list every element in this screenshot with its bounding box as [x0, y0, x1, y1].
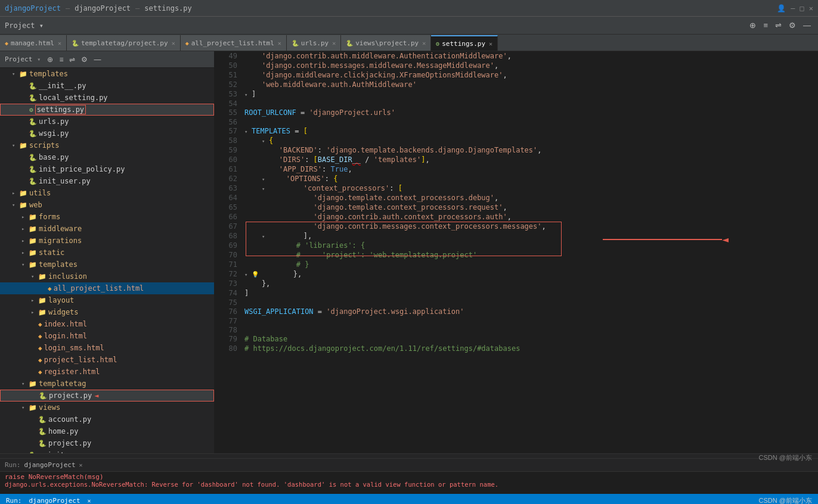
tab-close-templatetag[interactable]: ✕: [172, 40, 175, 46]
tree-item-init2[interactable]: 🐍 __init__.py: [0, 449, 214, 453]
tree-item-static[interactable]: ▸ 📁 static: [0, 247, 214, 259]
code-line-75: 75: [215, 298, 818, 307]
tree-item-web[interactable]: ▾ 📁 web: [0, 199, 214, 211]
tree-label-index: index.html: [44, 320, 87, 328]
tab-urls[interactable]: 🐍 urls.py ✕: [287, 35, 341, 51]
sidebar-list-btn[interactable]: ≡: [57, 55, 65, 64]
tree-item-urls[interactable]: 🐍 urls.py: [0, 116, 214, 127]
tree-item-base[interactable]: 🐍 base.py: [0, 151, 214, 163]
editor-area: 49 'django.contrib.auth.middleware.Authe…: [215, 51, 818, 453]
py-icon-init2: 🐍: [29, 452, 37, 454]
tree-item-forms[interactable]: ▸ 📁 forms: [0, 211, 214, 223]
tree-label-wsgi: wsgi.py: [39, 129, 69, 138]
list-btn[interactable]: ≡: [761, 20, 770, 31]
tree-label-account: account.py: [48, 415, 91, 424]
tab-manage-html[interactable]: ◆ manage.html ✕: [0, 35, 67, 51]
tab-bar: ◆ manage.html ✕ 🐍 templatetag/project.py…: [0, 35, 818, 51]
tab-close-settings[interactable]: ✕: [489, 41, 492, 47]
tree-item-templates2[interactable]: ▾ 📁 templates: [0, 259, 214, 270]
sidebar-add-btn[interactable]: ⊕: [45, 55, 55, 64]
tree-item-views-folder[interactable]: ▾ 📁 views: [0, 402, 214, 413]
minimize-icon[interactable]: —: [791, 4, 795, 13]
tree-item-all-project-list[interactable]: ◆ all_project_list.html: [0, 282, 214, 294]
tree-item-middleware[interactable]: ▸ 📁 middleware: [0, 223, 214, 235]
tree-item-inclusion[interactable]: ▾ 📁 inclusion: [0, 270, 214, 282]
swap-btn[interactable]: ⇌: [773, 20, 784, 31]
horizontal-scrollbar[interactable]: [0, 453, 818, 458]
folder-icon-layout: 📁: [38, 297, 47, 304]
sidebar-swap-btn[interactable]: ⇌: [67, 55, 77, 64]
tree-arrow-web: ▾: [12, 202, 19, 208]
tree-label-inclusion: inclusion: [48, 272, 87, 281]
tree-item-scripts[interactable]: ▾ 📁 scripts: [0, 139, 214, 151]
collapse-btn[interactable]: —: [801, 20, 813, 31]
tree-item-templatetag-folder[interactable]: ▾ 📁 templatetag: [0, 378, 214, 390]
folder-icon-utils: 📁: [19, 189, 27, 197]
tree-item-project-py[interactable]: 🐍 project.py ◄: [0, 390, 214, 402]
tree-item-init-user[interactable]: 🐍 init_user.py: [0, 175, 214, 187]
tree-item-project-list[interactable]: ◆ project_list.html: [0, 354, 214, 366]
tree-item-settings[interactable]: ⚙ settings.py: [0, 104, 214, 116]
run-close-icon[interactable]: ✕: [79, 462, 83, 468]
tab-icon-settings: ⚙: [436, 41, 439, 47]
project-dropdown[interactable]: Project ▾: [5, 21, 44, 30]
tree-item-login-sms[interactable]: ◆ login_sms.html: [0, 342, 214, 354]
code-line-61: 61 'APP_DIRS': True,: [215, 164, 818, 174]
tab-all-project[interactable]: ◆ all_project_list.html ✕: [181, 35, 287, 51]
folder-icon-migrations: 📁: [29, 237, 37, 245]
tree-item-wsgi[interactable]: 🐍 wsgi.py: [0, 127, 214, 139]
watermark: CSDN @前端小东: [759, 496, 812, 505]
code-line-79: 79 # Database: [215, 334, 818, 344]
settings-btn[interactable]: ⚙: [786, 20, 798, 31]
tree-label-init2: __init__.py: [39, 451, 86, 453]
close-icon[interactable]: ✕: [809, 4, 813, 13]
tree-item-index-html[interactable]: ◆ index.html: [0, 318, 214, 330]
code-line-69: 69 # 'libraries': {: [215, 241, 818, 250]
tree-item-home[interactable]: 🐍 home.py: [0, 425, 214, 437]
title-path: djangoProject: [75, 4, 131, 13]
tab-close-views-project[interactable]: ✕: [422, 40, 426, 46]
tab-close-all-project[interactable]: ✕: [278, 40, 281, 46]
code-line-80: 80 # https://docs.djangoproject.com/en/1…: [215, 344, 818, 353]
sidebar-title-arrow: ▾: [37, 56, 41, 63]
tree-arrow-templatetag-folder: ▾: [21, 381, 29, 387]
code-line-64: 64 'django.template.context_processors.d…: [215, 193, 818, 203]
tree-item-register[interactable]: ◆ register.html: [0, 366, 214, 378]
status-project[interactable]: djangoProject: [29, 497, 80, 505]
tree-item-login-html[interactable]: ◆ login.html: [0, 330, 214, 342]
tree-label-static: static: [39, 248, 64, 257]
code-line-74: 74 ]: [215, 288, 818, 298]
tree-arrow-inclusion: ▾: [31, 273, 38, 279]
py-icon-init: 🐍: [29, 82, 37, 90]
sidebar-collapse-btn[interactable]: —: [92, 55, 103, 64]
tree-item-init-price[interactable]: 🐍 init_price_policy.py: [0, 163, 214, 175]
folder-icon-static: 📁: [29, 249, 37, 257]
tree-item-migrations[interactable]: ▸ 📁 migrations: [0, 235, 214, 247]
code-line-66: 66 'django.contrib.auth.context_processo…: [215, 212, 818, 222]
tab-close-urls[interactable]: ✕: [332, 40, 336, 46]
user-icon[interactable]: 👤: [777, 4, 786, 13]
tree-label-urls: urls.py: [39, 117, 69, 126]
add-btn[interactable]: ⊕: [747, 20, 758, 31]
maximize-icon[interactable]: □: [800, 4, 804, 13]
code-line-76: 76 WSGI_APPLICATION = 'djangoProject.wsg…: [215, 307, 818, 316]
sidebar-settings-btn[interactable]: ⚙: [79, 55, 89, 64]
tree-item-layout[interactable]: ▸ 📁 layout: [0, 294, 214, 306]
tree-item-project-py2[interactable]: 🐍 project.py: [0, 437, 214, 449]
tab-templatetag[interactable]: 🐍 templatetag/project.py ✕: [67, 35, 181, 51]
status-close[interactable]: ✕: [88, 497, 91, 504]
run-project-label[interactable]: djangoProject: [24, 461, 76, 469]
watermark-overlay: CSDN @前端小东: [759, 453, 812, 462]
tab-label-templatetag: templatetag/project.py: [81, 39, 168, 47]
tree-item-templates[interactable]: ▾ 📁 templates: [0, 68, 214, 80]
watermark-text: CSDN @前端小东: [759, 454, 812, 461]
tree-item-utils[interactable]: ▸ 📁 utils: [0, 187, 214, 199]
tree-item-init[interactable]: 🐍 __init__.py: [0, 80, 214, 92]
tree-item-local-setting[interactable]: 🐍 local_setting.py: [0, 92, 214, 104]
folder-icon-templates: 📁: [19, 70, 27, 78]
tab-views-project[interactable]: 🐍 views\project.py ✕: [341, 35, 431, 51]
tab-settings[interactable]: ⚙ settings.py ✕: [431, 35, 498, 51]
tab-close-manage[interactable]: ✕: [58, 40, 61, 46]
tree-item-account[interactable]: 🐍 account.py: [0, 413, 214, 425]
tree-item-widgets[interactable]: ▸ 📁 widgets: [0, 306, 214, 318]
